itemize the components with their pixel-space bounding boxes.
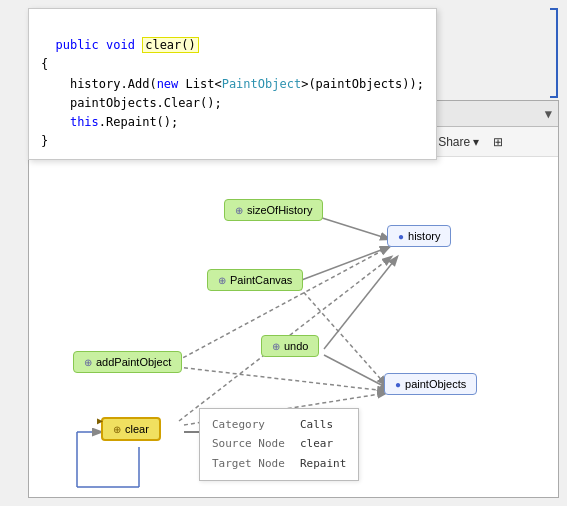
info-source-label: Source Node [212, 434, 292, 454]
node-label-paintcanvas: PaintCanvas [230, 274, 292, 286]
node-label-undo: undo [284, 340, 308, 352]
code-keyword: public [55, 38, 98, 52]
node-icon-paintobjects: ● [395, 379, 401, 390]
svg-line-1 [299, 247, 389, 281]
code-brace-close: } [41, 134, 48, 148]
map-canvas[interactable]: ⊕ sizeOfHistory ● history ⊕ PaintCanvas … [29, 157, 558, 497]
code-tooltip: public void clear() { history.Add(new Li… [28, 8, 437, 160]
node-label-sizeofhistory: sizeOfHistory [247, 204, 312, 216]
window-dropdown[interactable]: ▼ [545, 107, 552, 121]
node-icon-history: ● [398, 231, 404, 242]
share-label: Share [438, 135, 470, 149]
node-paintcanvas[interactable]: ⊕ PaintCanvas [207, 269, 303, 291]
node-history[interactable]: ● history [387, 225, 451, 247]
node-icon-paintcanvas: ⊕ [218, 275, 226, 286]
info-source-value: clear [300, 434, 333, 454]
svg-line-4 [324, 355, 389, 389]
node-undo[interactable]: ⊕ undo [261, 335, 319, 357]
info-row-category: Category Calls [212, 415, 346, 435]
code-line5: this.Repaint(); [70, 115, 178, 129]
info-row-source: Source Node clear [212, 434, 346, 454]
node-icon-addpaintobject: ⊕ [84, 357, 92, 368]
node-icon-clear: ⊕ [113, 424, 121, 435]
info-row-target: Target Node Repaint [212, 454, 346, 474]
info-target-value: Repaint [300, 454, 346, 474]
share-dropdown-icon: ▾ [473, 135, 479, 149]
grid-button[interactable]: ⊞ [487, 133, 509, 151]
grid-icon: ⊞ [493, 135, 503, 149]
code-brace-open: { [41, 57, 48, 71]
node-label-history: history [408, 230, 440, 242]
node-paintobjects[interactable]: ● paintObjects [384, 373, 477, 395]
node-label-addpaintobject: addPaintObject [96, 356, 171, 368]
node-addpaintobject[interactable]: ⊕ addPaintObject [73, 351, 182, 373]
info-category-label: Category [212, 415, 292, 435]
info-category-value: Calls [300, 415, 333, 435]
code-bracket-right [550, 8, 558, 98]
code-keyword-void: void [106, 38, 135, 52]
node-icon-sizeofhistory: ⊕ [235, 205, 243, 216]
svg-line-3 [324, 257, 397, 349]
svg-line-5 [177, 367, 386, 391]
node-label-paintobjects: paintObjects [405, 378, 466, 390]
code-line3-pre: history.Add(new List<PaintObject>(paintO… [70, 77, 424, 91]
node-icon-undo: ⊕ [272, 341, 280, 352]
code-line4: paintObjects.Clear(); [70, 96, 222, 110]
svg-line-0 [319, 217, 389, 239]
info-target-label: Target Node [212, 454, 292, 474]
info-box: Category Calls Source Node clear Target … [199, 408, 359, 481]
node-label-clear: clear [125, 423, 149, 435]
code-highlighted-method: clear() [142, 37, 199, 53]
node-sizeofhistory[interactable]: ⊕ sizeOfHistory [224, 199, 323, 221]
share-button[interactable]: Share ▾ [432, 133, 485, 151]
clear-pin-indicator: ▶ [97, 415, 103, 426]
node-clear[interactable]: ⊕ clear [101, 417, 161, 441]
